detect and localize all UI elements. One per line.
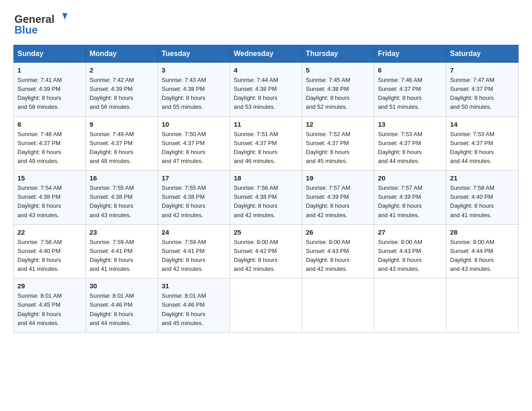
day-info: Sunrise: 7:48 AMSunset: 4:37 PMDaylight:… — [17, 130, 82, 166]
calendar-table: SundayMondayTuesdayWednesdayThursdayFrid… — [13, 45, 519, 333]
day-info: Sunrise: 7:53 AMSunset: 4:37 PMDaylight:… — [378, 130, 442, 166]
logo: General Blue — [13, 9, 72, 36]
day-cell: 10Sunrise: 7:50 AMSunset: 4:37 PMDayligh… — [158, 116, 230, 171]
day-info: Sunrise: 7:57 AMSunset: 4:39 PMDaylight:… — [306, 184, 370, 220]
day-number: 25 — [234, 228, 298, 236]
day-info: Sunrise: 7:43 AMSunset: 4:38 PMDaylight:… — [162, 76, 226, 112]
day-cell: 11Sunrise: 7:51 AMSunset: 4:37 PMDayligh… — [230, 116, 302, 171]
day-info: Sunrise: 7:55 AMSunset: 4:38 PMDaylight:… — [90, 184, 154, 220]
day-info: Sunrise: 8:00 AMSunset: 4:43 PMDaylight:… — [378, 238, 442, 274]
day-info: Sunrise: 7:54 AMSunset: 4:38 PMDaylight:… — [17, 184, 82, 220]
day-cell: 3Sunrise: 7:43 AMSunset: 4:38 PMDaylight… — [158, 63, 230, 117]
day-cell: 8Sunrise: 7:48 AMSunset: 4:37 PMDaylight… — [14, 116, 86, 171]
week-row-4: 22Sunrise: 7:58 AMSunset: 4:40 PMDayligh… — [14, 224, 519, 278]
svg-text:Blue: Blue — [14, 24, 38, 36]
day-cell: 28Sunrise: 8:00 AMSunset: 4:44 PMDayligh… — [446, 224, 519, 278]
day-number: 16 — [90, 174, 154, 182]
week-row-5: 29Sunrise: 8:01 AMSunset: 4:45 PMDayligh… — [14, 278, 519, 333]
day-number: 12 — [306, 120, 370, 128]
header-wednesday: Wednesday — [230, 45, 302, 63]
day-cell: 19Sunrise: 7:57 AMSunset: 4:39 PMDayligh… — [302, 171, 374, 225]
day-number: 15 — [17, 174, 82, 182]
header-sunday: Sunday — [14, 45, 86, 63]
svg-marker-1 — [62, 13, 67, 20]
day-cell: 24Sunrise: 7:59 AMSunset: 4:41 PMDayligh… — [158, 224, 230, 278]
day-number: 9 — [90, 120, 154, 128]
day-cell: 31Sunrise: 8:01 AMSunset: 4:46 PMDayligh… — [158, 278, 230, 333]
day-info: Sunrise: 7:46 AMSunset: 4:37 PMDaylight:… — [378, 76, 442, 112]
day-cell: 20Sunrise: 7:57 AMSunset: 4:39 PMDayligh… — [374, 171, 446, 225]
day-number: 31 — [162, 282, 226, 290]
day-cell — [302, 278, 374, 333]
day-cell: 17Sunrise: 7:55 AMSunset: 4:38 PMDayligh… — [158, 171, 230, 225]
day-info: Sunrise: 7:55 AMSunset: 4:38 PMDaylight:… — [162, 184, 226, 220]
day-cell: 25Sunrise: 8:00 AMSunset: 4:42 PMDayligh… — [230, 224, 302, 278]
day-info: Sunrise: 8:01 AMSunset: 4:46 PMDaylight:… — [90, 291, 154, 328]
day-number: 20 — [378, 174, 442, 182]
day-info: Sunrise: 7:50 AMSunset: 4:37 PMDaylight:… — [162, 130, 226, 166]
day-info: Sunrise: 7:45 AMSunset: 4:38 PMDaylight:… — [306, 76, 370, 112]
day-cell: 1Sunrise: 7:41 AMSunset: 4:39 PMDaylight… — [14, 63, 86, 117]
day-number: 27 — [378, 228, 442, 236]
day-info: Sunrise: 7:47 AMSunset: 4:37 PMDaylight:… — [450, 76, 515, 112]
day-cell — [446, 278, 519, 333]
day-info: Sunrise: 7:44 AMSunset: 4:38 PMDaylight:… — [234, 76, 298, 112]
day-info: Sunrise: 7:59 AMSunset: 4:41 PMDaylight:… — [90, 238, 154, 274]
header-monday: Monday — [86, 45, 158, 63]
day-cell: 2Sunrise: 7:42 AMSunset: 4:39 PMDaylight… — [86, 63, 158, 117]
day-cell: 30Sunrise: 8:01 AMSunset: 4:46 PMDayligh… — [86, 278, 158, 333]
day-info: Sunrise: 7:52 AMSunset: 4:37 PMDaylight:… — [306, 130, 370, 166]
day-info: Sunrise: 8:01 AMSunset: 4:45 PMDaylight:… — [17, 291, 82, 328]
day-number: 29 — [17, 282, 82, 290]
day-info: Sunrise: 7:49 AMSunset: 4:37 PMDaylight:… — [90, 130, 154, 166]
day-cell: 5Sunrise: 7:45 AMSunset: 4:38 PMDaylight… — [302, 63, 374, 117]
day-number: 13 — [378, 120, 442, 128]
day-number: 19 — [306, 174, 370, 182]
day-number: 7 — [450, 66, 515, 74]
day-number: 1 — [17, 66, 82, 74]
day-info: Sunrise: 7:56 AMSunset: 4:38 PMDaylight:… — [234, 184, 298, 220]
day-number: 22 — [17, 228, 82, 236]
day-cell: 21Sunrise: 7:58 AMSunset: 4:40 PMDayligh… — [446, 171, 519, 225]
svg-text:General: General — [14, 13, 54, 25]
day-cell: 6Sunrise: 7:46 AMSunset: 4:37 PMDaylight… — [374, 63, 446, 117]
day-cell: 7Sunrise: 7:47 AMSunset: 4:37 PMDaylight… — [446, 63, 519, 117]
day-number: 24 — [162, 228, 226, 236]
day-cell: 26Sunrise: 8:00 AMSunset: 4:43 PMDayligh… — [302, 224, 374, 278]
day-info: Sunrise: 8:00 AMSunset: 4:44 PMDaylight:… — [450, 238, 515, 274]
day-cell — [230, 278, 302, 333]
logo-image: General Blue — [13, 9, 72, 36]
day-cell: 9Sunrise: 7:49 AMSunset: 4:37 PMDaylight… — [86, 116, 158, 171]
day-number: 30 — [90, 282, 154, 290]
day-info: Sunrise: 7:53 AMSunset: 4:37 PMDaylight:… — [450, 130, 515, 166]
header-friday: Friday — [374, 45, 446, 63]
day-cell: 13Sunrise: 7:53 AMSunset: 4:37 PMDayligh… — [374, 116, 446, 171]
day-info: Sunrise: 7:51 AMSunset: 4:37 PMDaylight:… — [234, 130, 298, 166]
day-cell: 12Sunrise: 7:52 AMSunset: 4:37 PMDayligh… — [302, 116, 374, 171]
day-number: 28 — [450, 228, 515, 236]
page-header: General Blue — [13, 9, 519, 36]
day-info: Sunrise: 8:00 AMSunset: 4:43 PMDaylight:… — [306, 238, 370, 274]
week-row-2: 8Sunrise: 7:48 AMSunset: 4:37 PMDaylight… — [14, 116, 519, 171]
day-cell: 29Sunrise: 8:01 AMSunset: 4:45 PMDayligh… — [14, 278, 86, 333]
day-cell: 27Sunrise: 8:00 AMSunset: 4:43 PMDayligh… — [374, 224, 446, 278]
day-number: 2 — [90, 66, 154, 74]
day-number: 14 — [450, 120, 515, 128]
header-thursday: Thursday — [302, 45, 374, 63]
day-number: 5 — [306, 66, 370, 74]
day-cell: 15Sunrise: 7:54 AMSunset: 4:38 PMDayligh… — [14, 171, 86, 225]
day-number: 26 — [306, 228, 370, 236]
day-number: 23 — [90, 228, 154, 236]
day-cell — [374, 278, 446, 333]
day-number: 3 — [162, 66, 226, 74]
day-cell: 14Sunrise: 7:53 AMSunset: 4:37 PMDayligh… — [446, 116, 519, 171]
week-row-1: 1Sunrise: 7:41 AMSunset: 4:39 PMDaylight… — [14, 63, 519, 117]
day-cell: 22Sunrise: 7:58 AMSunset: 4:40 PMDayligh… — [14, 224, 86, 278]
day-info: Sunrise: 7:59 AMSunset: 4:41 PMDaylight:… — [162, 238, 226, 274]
day-info: Sunrise: 7:41 AMSunset: 4:39 PMDaylight:… — [17, 76, 82, 112]
calendar-header-row: SundayMondayTuesdayWednesdayThursdayFrid… — [14, 45, 519, 63]
day-number: 17 — [162, 174, 226, 182]
day-number: 6 — [378, 66, 442, 74]
day-info: Sunrise: 7:42 AMSunset: 4:39 PMDaylight:… — [90, 76, 154, 112]
day-cell: 16Sunrise: 7:55 AMSunset: 4:38 PMDayligh… — [86, 171, 158, 225]
